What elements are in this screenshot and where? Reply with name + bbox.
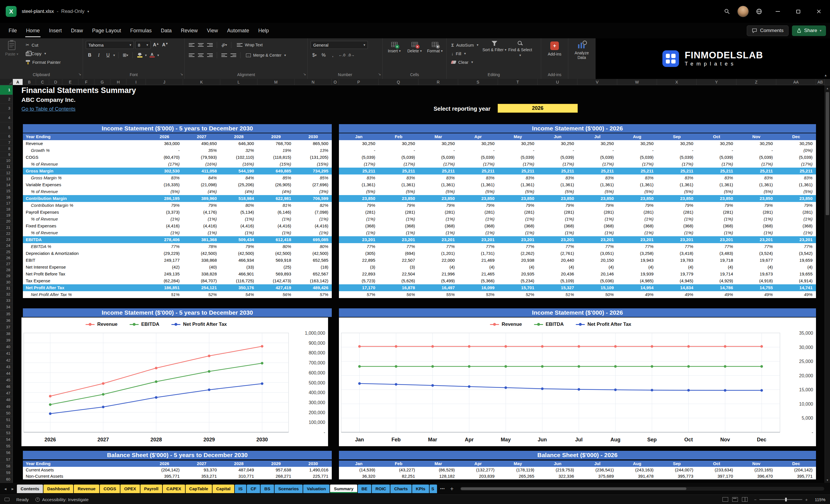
table-cell[interactable]: 268,271: [257, 473, 295, 479]
table-cell[interactable]: (40): [183, 264, 220, 271]
sheet-tab-charts[interactable]: Charts: [390, 484, 412, 493]
table-cell[interactable]: (1,361): [339, 181, 379, 188]
table-cell[interactable]: 20,935: [498, 271, 538, 278]
table-cell[interactable]: (1%): [697, 216, 736, 223]
table-cell[interactable]: 79%: [577, 202, 617, 209]
table-cell[interactable]: (15%): [257, 161, 295, 168]
table-cell[interactable]: 695,085: [295, 236, 332, 243]
table-cell[interactable]: (368): [736, 223, 776, 229]
column-header-h[interactable]: H: [110, 79, 126, 85]
table-cell[interactable]: 23,201: [418, 236, 458, 243]
table-cell[interactable]: 20,436: [538, 271, 577, 278]
table-cell[interactable]: (1,361): [498, 181, 538, 188]
table-cell[interactable]: Growth %: [23, 147, 146, 154]
table-cell[interactable]: (17%): [379, 161, 418, 168]
table-cell[interactable]: 19,673: [736, 271, 776, 278]
table-cell[interactable]: (5,366): [458, 278, 498, 284]
table-cell[interactable]: (4,416): [257, 223, 295, 229]
row-header-25[interactable]: 25: [0, 249, 12, 255]
ribbon-collapse-button[interactable]: ▴: [825, 73, 827, 77]
view-normal-button[interactable]: [723, 497, 728, 502]
table-cell[interactable]: 20,150: [577, 257, 617, 264]
table-cell[interactable]: (5,039): [498, 154, 538, 161]
column-header-x[interactable]: X: [657, 79, 697, 85]
table-cell[interactable]: Net Profit After Tax %: [23, 291, 146, 298]
increase-font-button[interactable]: A▲: [152, 41, 160, 49]
sheet-tab-payroll[interactable]: Payroll: [140, 484, 162, 493]
table-cell[interactable]: (1%): [538, 229, 577, 236]
table-cell[interactable]: 77%: [418, 243, 458, 250]
table-cell[interactable]: (1%): [776, 229, 816, 236]
table-cell[interactable]: 23,201: [697, 236, 736, 243]
table-cell[interactable]: 391,478: [617, 473, 657, 479]
column-header-z[interactable]: Z: [736, 79, 776, 85]
table-cell[interactable]: (1%): [657, 216, 697, 223]
table-cell[interactable]: 2029: [257, 461, 295, 467]
bold-button[interactable]: B: [86, 51, 94, 59]
row-header-32[interactable]: 32: [0, 291, 12, 297]
table-cell[interactable]: Current Assets: [23, 467, 146, 473]
table-cell[interactable]: 363,000: [146, 140, 183, 147]
table-cell[interactable]: (1%): [577, 216, 617, 223]
table-cell[interactable]: 22,504: [379, 271, 418, 278]
font-dialog-launcher-icon[interactable]: ↘: [180, 71, 183, 77]
table-cell[interactable]: 57%: [295, 291, 332, 298]
table-cell[interactable]: 83%: [577, 175, 617, 181]
globe-button[interactable]: [753, 5, 765, 18]
sheet-tab-summary[interactable]: Summary: [330, 484, 357, 493]
table-cell[interactable]: 21,996: [418, 271, 458, 278]
sheet-tab-valuation[interactable]: Valuation: [303, 484, 330, 493]
table-cell[interactable]: 82%: [295, 202, 332, 209]
table-cell[interactable]: 350,176: [220, 284, 257, 291]
autosum-button[interactable]: ΣAutoSum▾: [449, 41, 481, 49]
table-cell[interactable]: 52%: [498, 291, 538, 298]
zoom-thumb[interactable]: [785, 498, 787, 501]
row-header-5[interactable]: 5: [0, 122, 12, 133]
addins-button[interactable]: + Add-ins: [543, 41, 566, 71]
row-header-18[interactable]: 18: [0, 206, 12, 212]
table-cell[interactable]: (178,119): [498, 467, 538, 473]
table-cell[interactable]: 395,771: [776, 473, 816, 479]
table-cell[interactable]: 79%: [458, 202, 498, 209]
table-cell[interactable]: -: [458, 147, 498, 154]
table-cell[interactable]: 77%: [458, 243, 498, 250]
table-cell[interactable]: (132,277): [458, 467, 498, 473]
insert-cells-button[interactable]: + Insert▾: [386, 42, 403, 71]
table-cell[interactable]: (694): [379, 250, 418, 257]
table-cell[interactable]: 79%: [339, 202, 379, 209]
table-cell[interactable]: 225,771: [295, 473, 332, 479]
table-cell[interactable]: (281): [697, 209, 736, 216]
table-cell[interactable]: 353,271: [183, 473, 220, 479]
table-cell[interactable]: (281): [577, 209, 617, 216]
table-cell[interactable]: 14,954: [617, 284, 657, 291]
menu-tab-help[interactable]: Help: [254, 23, 274, 38]
table-cell[interactable]: 389,960: [183, 195, 220, 202]
table-cell[interactable]: (5%): [538, 188, 577, 195]
table-cell[interactable]: 83%: [418, 175, 458, 181]
share-button[interactable]: Share ▾: [792, 26, 826, 36]
table-cell[interactable]: (1%): [339, 216, 379, 223]
table-cell[interactable]: 2029: [257, 133, 295, 140]
column-header-w[interactable]: W: [617, 79, 657, 85]
table-cell[interactable]: (1%): [458, 229, 498, 236]
table-cell[interactable]: EBITDA %: [23, 243, 146, 250]
table-cell[interactable]: (368): [697, 223, 736, 229]
table-cell[interactable]: 23,850: [418, 195, 458, 202]
table-cell[interactable]: (118,815): [257, 154, 295, 161]
table-cell[interactable]: 15,327: [538, 284, 577, 291]
table-cell[interactable]: (4,416): [146, 223, 183, 229]
align-center-button[interactable]: [197, 52, 204, 59]
table-cell[interactable]: Gross Margin: [23, 168, 146, 175]
table-cell[interactable]: (5,723): [339, 278, 379, 284]
table-cell[interactable]: Mar: [418, 133, 458, 140]
table-cell[interactable]: 49%: [657, 291, 697, 298]
comments-button[interactable]: Comments: [747, 26, 788, 36]
table-cell[interactable]: EBITDA: [23, 236, 146, 243]
vertical-scrollbar[interactable]: ▴ ▾: [825, 85, 830, 483]
table-cell[interactable]: -: [339, 147, 379, 154]
table-cell[interactable]: (33): [220, 264, 257, 271]
table-cell[interactable]: 2026: [146, 461, 183, 467]
row-header-42[interactable]: 42: [0, 357, 12, 364]
table-cell[interactable]: 49%: [617, 291, 657, 298]
table-cell[interactable]: 79%: [379, 202, 418, 209]
